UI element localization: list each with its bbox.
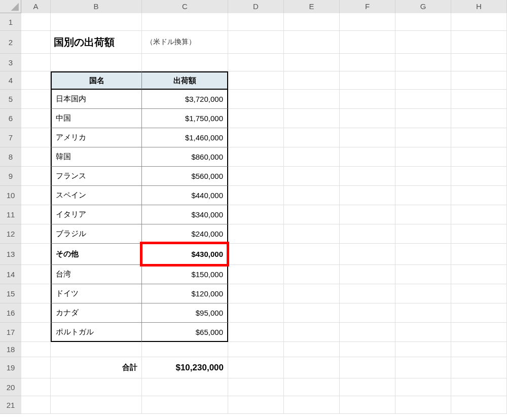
cell-F14[interactable] <box>340 265 395 284</box>
cell-A20[interactable] <box>21 378 51 396</box>
cell-E7[interactable] <box>284 128 340 147</box>
cell-A15[interactable] <box>21 284 51 303</box>
cell-D13[interactable] <box>228 244 284 265</box>
cell-D3[interactable] <box>228 54 284 71</box>
cell-H14[interactable] <box>451 265 507 284</box>
cell-H20[interactable] <box>451 378 507 396</box>
cell-H8[interactable] <box>451 147 507 167</box>
col-header-C[interactable]: C <box>142 0 228 13</box>
cell-F12[interactable] <box>340 224 395 244</box>
amount-9[interactable]: $150,000 <box>142 265 228 284</box>
cell-E15[interactable] <box>284 284 340 303</box>
cell-D2[interactable] <box>228 31 284 54</box>
cell-E14[interactable] <box>284 265 340 284</box>
row-header-2[interactable]: 2 <box>0 31 21 54</box>
cell-H5[interactable] <box>451 90 507 109</box>
country-3[interactable]: 韓国 <box>51 147 142 167</box>
cell-D21[interactable] <box>228 396 284 414</box>
cell-B18[interactable] <box>51 342 142 357</box>
country-11[interactable]: カナダ <box>51 303 142 323</box>
amount-2[interactable]: $1,460,000 <box>142 128 228 147</box>
cell-D12[interactable] <box>228 224 284 244</box>
cell-E4[interactable] <box>284 71 340 90</box>
country-7[interactable]: ブラジル <box>51 224 142 244</box>
cell-C18[interactable] <box>142 342 228 357</box>
cell-F7[interactable] <box>340 128 395 147</box>
cell-F17[interactable] <box>340 323 395 342</box>
cell-H13[interactable] <box>451 244 507 265</box>
cell-E2[interactable] <box>284 31 340 54</box>
cell-H9[interactable] <box>451 167 507 186</box>
cell-B1[interactable] <box>51 13 142 31</box>
cell-F21[interactable] <box>340 396 395 414</box>
cell-E21[interactable] <box>284 396 340 414</box>
cell-D1[interactable] <box>228 13 284 31</box>
row-header-7[interactable]: 7 <box>0 128 21 147</box>
country-8[interactable]: その他 <box>51 244 142 265</box>
cell-E5[interactable] <box>284 90 340 109</box>
cell-D11[interactable] <box>228 205 284 224</box>
cell-H4[interactable] <box>451 71 507 90</box>
cell-G13[interactable] <box>395 244 451 265</box>
cell-B3[interactable] <box>51 54 142 71</box>
cell-A4[interactable] <box>21 71 51 90</box>
col-header-B[interactable]: B <box>51 0 142 13</box>
cell-E20[interactable] <box>284 378 340 396</box>
cell-E6[interactable] <box>284 109 340 128</box>
header-amount[interactable]: 出荷額 <box>142 71 228 90</box>
amount-7[interactable]: $240,000 <box>142 224 228 244</box>
total-label[interactable]: 合計 <box>51 357 142 378</box>
cell-A7[interactable] <box>21 128 51 147</box>
cell-G6[interactable] <box>395 109 451 128</box>
cell-E16[interactable] <box>284 303 340 323</box>
cell-G9[interactable] <box>395 167 451 186</box>
country-10[interactable]: ドイツ <box>51 284 142 303</box>
cell-H2[interactable] <box>451 31 507 54</box>
cell-F6[interactable] <box>340 109 395 128</box>
cell-D6[interactable] <box>228 109 284 128</box>
cell-H11[interactable] <box>451 205 507 224</box>
cell-H21[interactable] <box>451 396 507 414</box>
amount-10[interactable]: $120,000 <box>142 284 228 303</box>
cell-D5[interactable] <box>228 90 284 109</box>
cell-E3[interactable] <box>284 54 340 71</box>
cell-D20[interactable] <box>228 378 284 396</box>
cell-F3[interactable] <box>340 54 395 71</box>
cell-D7[interactable] <box>228 128 284 147</box>
row-header-8[interactable]: 8 <box>0 147 21 167</box>
cell-A21[interactable] <box>21 396 51 414</box>
amount-11[interactable]: $95,000 <box>142 303 228 323</box>
col-header-A[interactable]: A <box>21 0 51 13</box>
country-4[interactable]: フランス <box>51 167 142 186</box>
col-header-D[interactable]: D <box>228 0 284 13</box>
cell-E1[interactable] <box>284 13 340 31</box>
cell-D14[interactable] <box>228 265 284 284</box>
cell-H1[interactable] <box>451 13 507 31</box>
cell-F11[interactable] <box>340 205 395 224</box>
cell-F10[interactable] <box>340 186 395 205</box>
cell-G12[interactable] <box>395 224 451 244</box>
country-12[interactable]: ポルトガル <box>51 323 142 342</box>
amount-1[interactable]: $1,750,000 <box>142 109 228 128</box>
cell-F1[interactable] <box>340 13 395 31</box>
cell-D8[interactable] <box>228 147 284 167</box>
cell-B20[interactable] <box>51 378 142 396</box>
cell-C21[interactable] <box>142 396 228 414</box>
col-header-E[interactable]: E <box>284 0 340 13</box>
cell-E13[interactable] <box>284 244 340 265</box>
cell-A5[interactable] <box>21 90 51 109</box>
cell-G3[interactable] <box>395 54 451 71</box>
cell-F9[interactable] <box>340 167 395 186</box>
cell-G2[interactable] <box>395 31 451 54</box>
cell-D15[interactable] <box>228 284 284 303</box>
cell-D4[interactable] <box>228 71 284 90</box>
cell-E17[interactable] <box>284 323 340 342</box>
cell-H12[interactable] <box>451 224 507 244</box>
cell-F13[interactable] <box>340 244 395 265</box>
cell-A14[interactable] <box>21 265 51 284</box>
row-header-10[interactable]: 10 <box>0 186 21 205</box>
cell-B2[interactable]: 国別の出荷額 <box>51 31 142 54</box>
country-0[interactable]: 日本国内 <box>51 90 142 109</box>
cell-C1[interactable] <box>142 13 228 31</box>
row-header-17[interactable]: 17 <box>0 323 21 342</box>
